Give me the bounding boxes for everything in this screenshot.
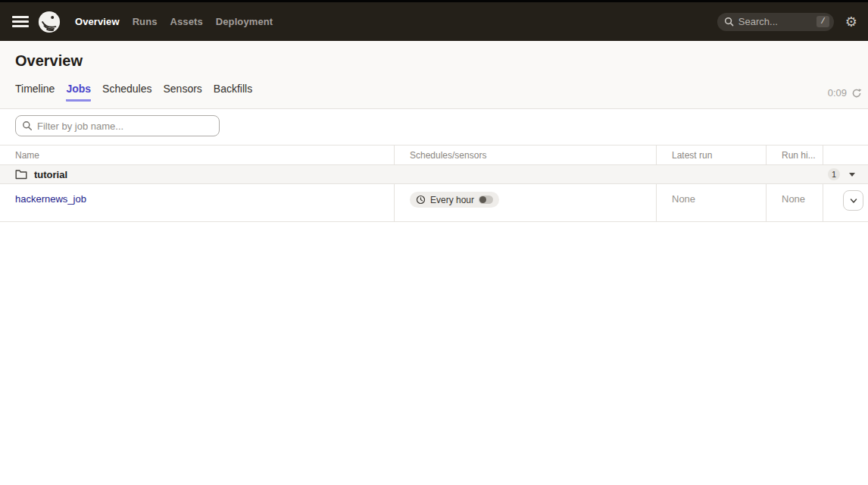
column-header-run-history: Run hi... xyxy=(766,146,823,164)
tab-schedules[interactable]: Schedules xyxy=(102,83,151,102)
page-title: Overview xyxy=(0,51,868,70)
dagster-logo[interactable] xyxy=(38,11,61,33)
job-link-hackernews[interactable]: hackernews_job xyxy=(15,193,86,205)
nav-item-overview[interactable]: Overview xyxy=(75,16,120,27)
tab-backfills[interactable]: Backfills xyxy=(214,83,252,102)
overview-tabs: Timeline Jobs Schedules Sensors Backfill… xyxy=(0,70,868,108)
primary-nav: Overview Runs Assets Deployment xyxy=(75,16,273,27)
filter-bar xyxy=(0,109,868,136)
folder-icon xyxy=(15,169,27,180)
chevron-down-icon xyxy=(849,196,858,205)
column-header-actions xyxy=(823,146,868,164)
search-icon xyxy=(724,17,734,27)
nav-item-runs[interactable]: Runs xyxy=(133,16,158,27)
nav-item-deployment[interactable]: Deployment xyxy=(216,16,273,27)
latest-run-cell: None xyxy=(656,184,766,221)
run-history-cell: None xyxy=(766,184,823,221)
refresh-icon[interactable] xyxy=(851,88,862,99)
column-header-name: Name xyxy=(0,146,394,164)
nav-item-assets[interactable]: Assets xyxy=(170,16,203,27)
job-name-cell: hackernews_job xyxy=(0,184,394,221)
repo-group-right: 1 xyxy=(828,168,855,180)
job-filter-input[interactable] xyxy=(15,115,220,136)
navbar-right: Search... / ⚙ xyxy=(717,13,857,31)
repo-group-name: tutorial xyxy=(34,169,67,180)
hamburger-menu-icon[interactable] xyxy=(12,16,29,27)
column-header-latest-run: Latest run xyxy=(656,146,766,164)
clock-icon xyxy=(416,195,426,205)
schedule-label: Every hour xyxy=(430,195,474,205)
job-row-hackernews: hackernews_job Every hour None None xyxy=(0,184,868,222)
global-search[interactable]: Search... / xyxy=(717,13,834,31)
top-navbar: Overview Runs Assets Deployment Search..… xyxy=(0,0,868,41)
search-shortcut-badge: / xyxy=(816,16,829,27)
settings-gear-icon[interactable]: ⚙ xyxy=(845,15,857,29)
table-header-row: Name Schedules/sensors Latest run Run hi… xyxy=(0,145,868,165)
job-count-badge: 1 xyxy=(828,168,840,180)
refresh-countdown: 0:09 xyxy=(828,87,847,99)
jobs-table: Name Schedules/sensors Latest run Run hi… xyxy=(0,145,868,222)
job-actions-cell xyxy=(823,184,868,221)
schedule-toggle-off[interactable] xyxy=(479,196,493,204)
search-placeholder: Search... xyxy=(738,16,778,27)
schedule-chip[interactable]: Every hour xyxy=(410,192,499,208)
job-schedule-cell: Every hour xyxy=(394,184,656,221)
tab-sensors[interactable]: Sensors xyxy=(163,83,201,102)
repo-group-row-tutorial[interactable]: tutorial 1 xyxy=(0,165,868,184)
refresh-timer: 0:09 xyxy=(828,87,862,99)
column-header-schedules-sensors: Schedules/sensors xyxy=(394,146,656,164)
tab-timeline[interactable]: Timeline xyxy=(15,83,55,102)
filter-search-icon xyxy=(22,120,33,131)
tab-jobs[interactable]: Jobs xyxy=(66,83,91,102)
dagster-logo-icon xyxy=(38,11,61,33)
page-header: Overview Timeline Jobs Schedules Sensors… xyxy=(0,41,868,109)
job-filter xyxy=(15,115,220,136)
collapse-caret-icon[interactable] xyxy=(849,173,855,177)
job-menu-button[interactable] xyxy=(843,190,863,211)
